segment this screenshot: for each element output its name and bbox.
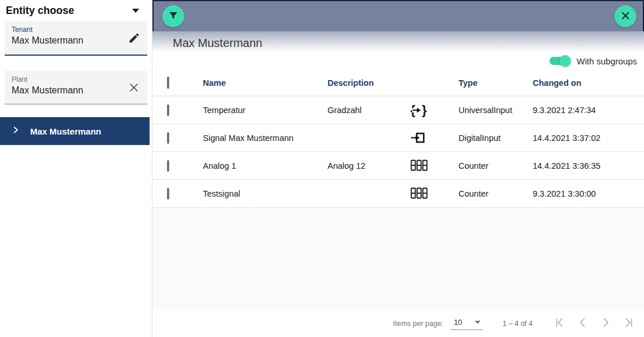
items-per-page-label: Items per page: <box>393 320 443 328</box>
edit-pencil-icon[interactable] <box>126 30 141 45</box>
last-page-icon <box>623 316 635 331</box>
row-description: Gradzahl <box>328 106 410 115</box>
row-changed-on: 9.3.2021 2:47:34 <box>533 106 644 115</box>
paginator: Items per page: 10 1 – 4 of 4 <box>152 310 644 337</box>
chevron-right-icon <box>12 126 20 136</box>
row-changed-on: 14.4.2021 3:36:35 <box>533 161 644 171</box>
row-type: UniversalInput <box>459 106 533 115</box>
tenant-field-label: Tenant <box>12 26 141 34</box>
close-x-icon <box>620 10 631 23</box>
row-checkbox[interactable] <box>167 188 169 200</box>
sidebar-title: Entity choose <box>6 5 74 17</box>
row-name: Signal Max Mustermann <box>203 133 328 143</box>
previous-page-icon <box>576 316 589 331</box>
column-header-description: Description <box>328 78 410 88</box>
row-name: Analog 1 <box>203 161 328 171</box>
subgroups-toggle-row: With subgroups <box>152 52 644 70</box>
dialog-title: Max Mustermann <box>173 37 263 50</box>
tenant-field[interactable]: Tenant Max Mustermann <box>5 21 147 56</box>
sidebar-header: Entity choose <box>0 0 152 17</box>
next-page-icon <box>599 316 612 331</box>
table-header-row: Name Description Type Changed on <box>152 70 644 96</box>
close-button[interactable] <box>614 5 636 27</box>
column-header-changed-on: Changed on <box>533 78 644 88</box>
entity-sidebar: Entity choose Tenant Max Mustermann Plan… <box>0 0 152 337</box>
row-type: Counter <box>459 189 533 198</box>
svg-text:}: } <box>422 103 427 117</box>
with-subgroups-toggle[interactable] <box>550 57 569 65</box>
items-per-page-select[interactable]: 10 <box>450 317 483 330</box>
signals-dialog: Max Mustermann With subgroups Name Descr… <box>152 0 644 337</box>
column-header-type: Type <box>459 78 533 88</box>
dialog-topbar <box>152 0 644 31</box>
plant-field-label: Plant <box>12 75 141 84</box>
select-all-checkbox[interactable] <box>167 77 169 89</box>
table-row[interactable]: Analog 1 Analog 12 Counter 14.4.2021 3:3… <box>152 152 644 180</box>
filter-button[interactable] <box>162 5 184 27</box>
row-name: Testsignal <box>203 189 328 198</box>
plant-field-value: Max Mustermann <box>12 85 141 96</box>
column-header-name: Name <box>203 78 328 88</box>
collapse-caret-icon[interactable] <box>132 9 139 13</box>
row-name: Temperatur <box>203 106 328 115</box>
first-page-icon <box>553 316 566 331</box>
sidebar-item-label: Max Mustermann <box>30 126 101 136</box>
dialog-title-band: Max Mustermann <box>152 31 644 52</box>
select-caret-icon <box>475 321 481 324</box>
page-range-label: 1 – 4 of 4 <box>503 320 533 328</box>
first-page-button[interactable] <box>548 312 571 335</box>
with-subgroups-label: With subgroups <box>577 56 637 66</box>
row-description: Analog 12 <box>328 161 410 171</box>
last-page-button[interactable] <box>617 312 641 335</box>
table-row[interactable]: Signal Max Mustermann DigitalInput 14.4.… <box>152 124 644 152</box>
row-checkbox[interactable] <box>167 132 169 144</box>
table-row[interactable]: Temperatur Gradzahl { } UniversalInput 9… <box>152 96 644 124</box>
pager-buttons <box>548 312 641 335</box>
clear-x-icon[interactable] <box>126 80 141 95</box>
row-changed-on: 14.4.2021 3:37:02 <box>533 133 644 143</box>
table-empty-area <box>152 208 644 310</box>
counter-icon <box>410 160 428 172</box>
counter-icon <box>410 187 428 200</box>
row-type: DigitalInput <box>459 133 533 143</box>
table-row[interactable]: Testsignal Counter 9.3.2021 3:30:00 <box>152 180 644 208</box>
filter-funnel-icon <box>168 10 179 23</box>
universal-input-icon: { } <box>410 103 429 117</box>
plant-field[interactable]: Plant Max Mustermann <box>5 71 147 104</box>
row-checkbox[interactable] <box>167 160 169 172</box>
row-changed-on: 9.3.2021 3:30:00 <box>533 189 644 198</box>
row-type: Counter <box>459 161 533 171</box>
previous-page-button[interactable] <box>571 312 594 335</box>
row-checkbox[interactable] <box>167 104 169 116</box>
items-per-page-value: 10 <box>454 318 462 327</box>
sidebar-item-max-mustermann[interactable]: Max Mustermann <box>0 117 150 145</box>
digital-input-icon <box>410 131 425 144</box>
tenant-field-value: Max Mustermann <box>12 35 141 46</box>
next-page-button[interactable] <box>594 312 617 335</box>
toggle-knob <box>559 55 571 67</box>
